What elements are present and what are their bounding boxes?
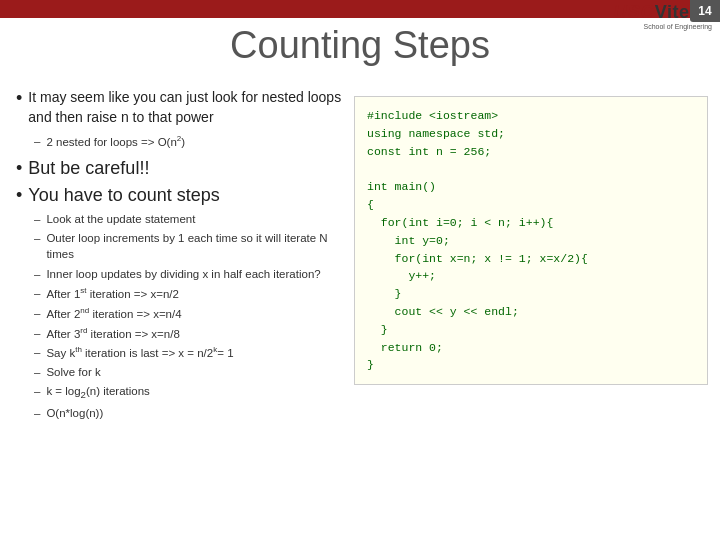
sub-7: – Say kth iteration is last => x = n/2k=… [34, 344, 356, 361]
sub-8: – Solve for k [34, 364, 356, 380]
code-line-13: return 0; [367, 341, 443, 354]
sub-dash-3: – [34, 266, 40, 282]
sub-dash-4: – [34, 285, 40, 302]
sub-5-text: After 2nd iteration => x=n/4 [46, 305, 181, 322]
bullet-dot-2: • [16, 158, 22, 180]
sub-1: – Look at the update statement [34, 211, 356, 227]
sub-1-text: Look at the update statement [46, 211, 195, 227]
sub-dash-2: – [34, 230, 40, 262]
sub-6-text: After 3rd iteration => x=n/8 [46, 325, 179, 342]
code-line-6: for(int i=0; i < n; i++){ [367, 216, 553, 229]
code-line-8: for(int x=n; x != 1; x=x/2){ [367, 252, 588, 265]
code-line-3: const int n = 256; [367, 145, 491, 158]
sub-dash-6: – [34, 325, 40, 342]
bullet-2-text: But be careful!! [28, 158, 149, 180]
sub-4: – After 1st iteration => x=n/2 [34, 285, 356, 302]
code-line-1: #include <iostream> [367, 109, 498, 122]
bullet-1-text: It may seem like you can just look for n… [28, 88, 356, 127]
sub-4-text: After 1st iteration => x=n/2 [46, 285, 179, 302]
code-line-2: using namespace std; [367, 127, 505, 140]
left-content: • It may seem like you can just look for… [16, 88, 356, 424]
sub-3: – Inner loop updates by dividing x in ha… [34, 266, 356, 282]
code-box: #include <iostream> using namespace std;… [354, 96, 708, 385]
code-line-11: cout << y << endl; [367, 305, 519, 318]
sub-2: – Outer loop increments by 1 each time s… [34, 230, 356, 262]
sub-2-text: Outer loop increments by 1 each time so … [46, 230, 356, 262]
dash-1: – [34, 133, 40, 150]
bullet-3: • You have to count steps [16, 185, 356, 207]
sub-7-text: Say kth iteration is last => x = n/2k= 1 [46, 344, 233, 361]
code-line-12: } [367, 323, 388, 336]
code-line-10: } [367, 287, 402, 300]
sub-9: – k = log2(n) iterations [34, 383, 356, 402]
sub-3-text: Inner loop updates by dividing x in half… [46, 266, 320, 282]
bullet-2: • But be careful!! [16, 158, 356, 180]
code-line-7: int y=0; [367, 234, 450, 247]
sub-dash-5: – [34, 305, 40, 322]
code-line-14: } [367, 358, 374, 371]
bullet-dot-1: • [16, 88, 22, 127]
sub-dash-9: – [34, 383, 40, 402]
sub-dash-8: – [34, 364, 40, 380]
code-line-5: { [367, 198, 374, 211]
sub-10-text: O(n*log(n)) [46, 405, 103, 421]
sub-dash-7: – [34, 344, 40, 361]
sub-dash-1: – [34, 211, 40, 227]
bullet-1-sub-1: – 2 nested for loops => O(n2) [34, 133, 356, 150]
code-line-9: y++; [367, 269, 436, 282]
sub-5: – After 2nd iteration => x=n/4 [34, 305, 356, 322]
bullet-1-sub-text: 2 nested for loops => O(n2) [46, 133, 185, 150]
sub-6: – After 3rd iteration => x=n/8 [34, 325, 356, 342]
sub-9-text: k = log2(n) iterations [46, 383, 149, 402]
bullet-1: • It may seem like you can just look for… [16, 88, 356, 127]
sub-10: – O(n*log(n)) [34, 405, 356, 421]
slide-title: Counting Steps [0, 18, 720, 67]
bullet-dot-3: • [16, 185, 22, 207]
sub-8-text: Solve for k [46, 364, 100, 380]
bullet-3-text: You have to count steps [28, 185, 219, 207]
sub-dash-10: – [34, 405, 40, 421]
code-line-4: int main() [367, 180, 436, 193]
